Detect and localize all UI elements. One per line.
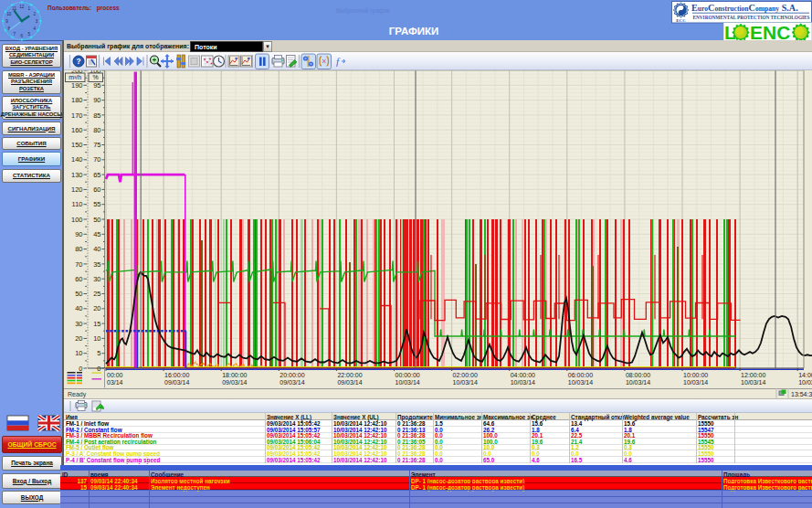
svg-text:09/03/14: 09/03/14 [222, 379, 247, 386]
svg-text:90: 90 [75, 230, 82, 238]
svg-text:8: 8 [8, 26, 11, 31]
svg-text:09/03/14: 09/03/14 [279, 379, 304, 386]
svg-text:35: 35 [93, 260, 100, 269]
svg-text:03/14: 03/14 [107, 379, 123, 386]
svg-text:10/03/14: 10/03/14 [568, 379, 593, 386]
svg-text:16:00:00: 16:00:00 [164, 372, 189, 378]
svg-text:%: % [93, 74, 99, 80]
svg-text:65: 65 [93, 171, 100, 179]
svg-text:0: 0 [97, 365, 100, 373]
svg-text:40: 40 [93, 245, 100, 253]
svg-text:15: 15 [93, 320, 100, 328]
svg-text:3: 3 [36, 19, 38, 24]
svg-text:ENVIRONMENTAL PROTECTION TECHN: ENVIRONMENTAL PROTECTION TECHNOLOGIES [693, 15, 810, 20]
svg-text:04:00:00: 04:00:00 [511, 372, 535, 378]
svg-text:75: 75 [93, 141, 100, 149]
svg-text:10/03/14: 10/03/14 [683, 379, 708, 386]
svg-text:85: 85 [93, 111, 100, 120]
svg-text:?: ? [76, 57, 80, 66]
svg-text:70: 70 [93, 155, 100, 164]
svg-text:ECC: ECC [676, 18, 686, 23]
svg-text:100: 100 [71, 216, 83, 224]
svg-text:12: 12 [19, 5, 25, 9]
svg-text:140: 140 [71, 155, 83, 164]
svg-text:4: 4 [34, 26, 37, 31]
svg-text:10/03/14: 10/03/14 [395, 379, 420, 386]
svg-text:m³/h: m³/h [69, 74, 81, 80]
svg-text:20: 20 [93, 304, 100, 312]
svg-text:110: 110 [72, 200, 83, 208]
svg-text:10/03/14: 10/03/14 [741, 379, 765, 386]
svg-text:7: 7 [13, 32, 16, 37]
svg-text:50: 50 [93, 216, 100, 224]
svg-text:09/03/14: 09/03/14 [337, 379, 362, 386]
svg-text:20:00:00: 20:00:00 [279, 372, 304, 378]
svg-text:50: 50 [75, 290, 82, 298]
svg-text:10: 10 [93, 334, 100, 343]
svg-text:90: 90 [93, 96, 100, 104]
svg-text:170: 170 [71, 111, 83, 120]
svg-text:10/03/14: 10/03/14 [453, 379, 478, 386]
svg-text:1: 1 [28, 6, 31, 11]
svg-text:55: 55 [93, 200, 100, 208]
svg-text:14:00:0: 14:00:0 [798, 372, 812, 378]
svg-text:02:00:00: 02:00:00 [453, 372, 478, 378]
svg-text:08:00:00: 08:00:00 [626, 372, 650, 378]
svg-text:6: 6 [21, 34, 24, 38]
svg-text:20: 20 [75, 334, 82, 343]
svg-text:9: 9 [5, 19, 8, 24]
svg-text:60: 60 [93, 185, 100, 194]
svg-text:70: 70 [75, 260, 82, 269]
svg-text:190: 190 [71, 81, 83, 90]
svg-text:30: 30 [75, 320, 82, 328]
svg-text:2: 2 [34, 12, 37, 16]
svg-text:EuroConstructionCompany S.A.: EuroConstructionCompany S.A. [691, 3, 798, 13]
svg-text:30: 30 [93, 275, 100, 283]
svg-text:00:00: 00:00 [107, 372, 123, 378]
svg-text:120: 120 [71, 185, 83, 194]
svg-text:5: 5 [97, 349, 100, 357]
svg-text:0: 0 [79, 365, 82, 373]
svg-text:160: 160 [71, 126, 83, 134]
svg-text:18:00:00: 18:00:00 [222, 372, 247, 378]
svg-text:25: 25 [93, 290, 100, 298]
svg-text:10: 10 [6, 12, 12, 16]
svg-text:130: 130 [71, 171, 83, 179]
svg-text:06:00:00: 06:00:00 [568, 372, 593, 378]
svg-text:95: 95 [93, 81, 100, 90]
svg-text:10: 10 [75, 349, 82, 357]
svg-text:150: 150 [71, 141, 83, 149]
svg-text:f: f [336, 56, 341, 67]
svg-text:09/03/14: 09/03/14 [164, 379, 189, 386]
svg-text:180: 180 [71, 96, 83, 104]
svg-text:80: 80 [93, 126, 100, 134]
svg-text:10/03/1: 10/03/1 [798, 379, 812, 386]
svg-text:80: 80 [75, 245, 82, 253]
svg-text:10:00:00: 10:00:00 [683, 372, 708, 378]
svg-text:22:00:00: 22:00:00 [337, 372, 362, 378]
svg-text:45: 45 [93, 230, 100, 238]
svg-text:60: 60 [75, 275, 82, 283]
svg-text:00:00:00: 00:00:00 [395, 372, 420, 378]
svg-text:40: 40 [75, 304, 82, 312]
svg-text:5: 5 [28, 32, 31, 37]
svg-text:10/03/14: 10/03/14 [626, 379, 650, 386]
svg-text:12:00:00: 12:00:00 [741, 372, 765, 378]
svg-text:10/03/14: 10/03/14 [511, 379, 535, 386]
